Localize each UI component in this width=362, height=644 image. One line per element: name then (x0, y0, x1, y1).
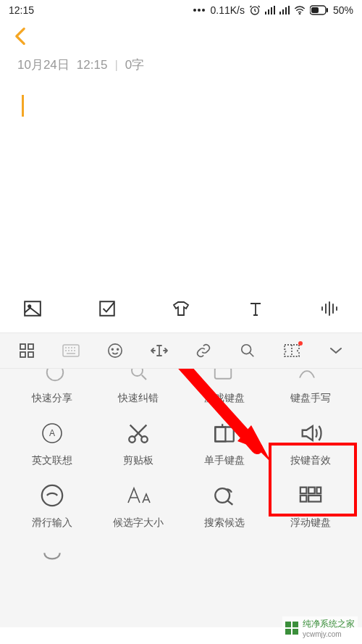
link-button[interactable] (190, 337, 217, 364)
glide-icon (37, 480, 67, 511)
note-editor[interactable] (0, 73, 362, 290)
note-time: 12:15 (77, 58, 108, 72)
svg-point-37 (41, 485, 62, 506)
svg-rect-6 (271, 7, 272, 14)
svg-point-25 (111, 348, 113, 350)
cursor-move-button[interactable] (146, 337, 173, 364)
signal-icon-2 (279, 6, 290, 14)
watermark-logo-icon (285, 622, 298, 635)
clipboard-label: 剪贴板 (123, 454, 153, 467)
one-hand-label: 单手键盘 (204, 454, 245, 467)
speaker-icon (295, 418, 326, 448)
svg-rect-18 (100, 301, 114, 316)
battery-pct: 50% (333, 4, 353, 16)
note-meta: 10月24日 12:15 | 0字 (0, 52, 362, 73)
svg-point-12 (299, 14, 300, 14)
insert-image-button[interactable] (22, 298, 43, 319)
english-association-option[interactable]: A 英文联想 (9, 418, 95, 467)
theme-button[interactable] (170, 298, 192, 319)
watermark-url: ycwmjy.com (303, 630, 355, 638)
svg-point-28 (47, 369, 64, 380)
status-time: 12:15 (9, 4, 34, 16)
candidate-font-size-option[interactable]: 候选字大小 (95, 480, 181, 530)
search-candidate-icon (209, 480, 240, 511)
svg-rect-9 (282, 9, 284, 14)
svg-point-29 (132, 369, 143, 376)
note-action-bar (0, 290, 362, 333)
note-word-count: 0字 (125, 57, 144, 73)
english-assoc-icon: A (37, 418, 67, 448)
search-candidate-label: 搜索候选 (204, 517, 245, 530)
svg-point-0 (193, 9, 196, 12)
notification-dot-icon (298, 341, 303, 346)
keyboard-layout-button[interactable] (57, 337, 85, 364)
svg-rect-40 (308, 488, 315, 494)
search-candidate-option[interactable]: 搜索候选 (181, 480, 267, 530)
quick-correct-label: 快速纠错 (118, 392, 159, 405)
svg-rect-15 (327, 8, 328, 12)
svg-rect-30 (215, 369, 232, 379)
search-button[interactable] (234, 337, 261, 364)
glide-input-option[interactable]: 滑行输入 (9, 480, 95, 530)
svg-point-24 (108, 344, 121, 357)
keyboard-toolbar (0, 333, 362, 369)
handwriting-option[interactable]: 键盘手写 (267, 392, 353, 405)
status-right: 0.11K/s 50% (193, 4, 353, 16)
glide-label: 滑行输入 (32, 517, 72, 530)
svg-point-38 (215, 488, 230, 503)
quick-share-label: 快速分享 (32, 392, 72, 405)
floating-kbd-label: 浮动键盘 (290, 517, 331, 530)
one-hand-keyboard-option[interactable]: 单手键盘 (181, 418, 267, 467)
note-header (0, 20, 362, 52)
game-keyboard-option[interactable]: 游戏键盘 (181, 392, 267, 405)
settings-extra-icon (37, 543, 67, 573)
text-format-button[interactable] (245, 298, 266, 319)
english-assoc-label: 英文联想 (32, 454, 72, 467)
svg-rect-20 (28, 344, 33, 349)
back-button[interactable] (7, 23, 33, 49)
insert-checkbox-button[interactable] (96, 298, 118, 319)
floating-keyboard-option[interactable]: 浮动键盘 (267, 480, 353, 530)
scissors-icon (123, 418, 153, 448)
key-sound-option[interactable]: 按键音效 (267, 418, 353, 467)
svg-rect-36 (215, 427, 225, 442)
svg-point-27 (241, 345, 251, 354)
svg-rect-21 (20, 352, 25, 357)
svg-text:A: A (49, 428, 54, 438)
key-sound-label: 按键音效 (290, 454, 331, 467)
one-hand-icon (209, 418, 240, 448)
game-keyboard-label: 游戏键盘 (204, 392, 245, 405)
clipboard-option[interactable]: 剪贴板 (95, 418, 181, 467)
svg-rect-8 (279, 12, 281, 14)
wifi-icon (294, 6, 306, 14)
svg-rect-19 (20, 344, 25, 349)
svg-rect-39 (300, 488, 306, 494)
svg-rect-7 (274, 6, 275, 14)
font-size-icon (123, 480, 153, 511)
text-cursor (22, 95, 24, 117)
svg-rect-22 (28, 352, 33, 357)
svg-rect-35 (215, 427, 234, 442)
svg-rect-14 (311, 7, 319, 13)
emoji-button[interactable] (101, 337, 129, 364)
quick-share-option[interactable]: 快速分享 (9, 392, 95, 405)
keyboard-settings-grid-button[interactable] (13, 337, 41, 364)
watermark: 纯净系统之家 ycwmjy.com (282, 616, 358, 640)
svg-rect-4 (265, 12, 266, 14)
svg-rect-43 (308, 495, 321, 502)
collapse-keyboard-button[interactable] (322, 337, 350, 364)
svg-rect-5 (268, 9, 269, 14)
handwriting-label: 键盘手写 (290, 392, 331, 405)
settings-extra-option[interactable] (9, 543, 95, 573)
note-date: 10月24日 (17, 57, 70, 73)
svg-rect-41 (316, 488, 321, 494)
floating-kbd-icon (295, 480, 326, 511)
coupon-button[interactable] (278, 337, 306, 364)
settings-grid: 快速分享 快速纠错 游戏键盘 键盘手写 A 英文联想 (0, 388, 362, 580)
meta-separator: | (114, 58, 117, 72)
status-net-speed: 0.11K/s (210, 4, 244, 16)
svg-rect-42 (300, 495, 306, 502)
font-size-label: 候选字大小 (113, 517, 164, 530)
quick-correct-option[interactable]: 快速纠错 (95, 392, 181, 405)
voice-input-button[interactable] (319, 298, 340, 319)
